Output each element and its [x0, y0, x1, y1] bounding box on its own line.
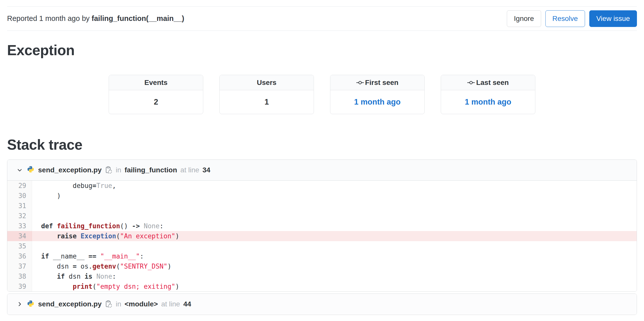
code-text [32, 201, 41, 211]
frame-header[interactable]: send_exception.py in failing_function at… [7, 160, 637, 181]
events-card-header: Events [109, 75, 203, 90]
resolve-button[interactable]: Resolve [545, 10, 585, 27]
code-line: 30 ) [7, 191, 637, 201]
code-text: ) [32, 191, 61, 201]
last-seen-label: Last seen [476, 79, 509, 87]
events-label: Events [144, 79, 168, 87]
code-text: debug=True, [32, 181, 116, 191]
line-number: 32 [7, 211, 32, 221]
chevron-down-icon [16, 167, 23, 173]
first-seen-card-header: First seen [330, 75, 424, 90]
python-icon [27, 166, 35, 174]
code-line: 34 raise Exception("An exception") [7, 231, 637, 241]
line-number: 37 [7, 261, 32, 271]
line-number: 29 [7, 181, 32, 191]
users-card-body: 1 [220, 90, 314, 114]
code-text [32, 241, 41, 251]
line-number: 30 [7, 191, 32, 201]
issue-detail-page: Reported 1 month ago by failing_function… [7, 6, 637, 315]
code-text: print("empty dsn; exiting") [32, 281, 179, 292]
view-issue-button[interactable]: View issue [589, 10, 637, 27]
frame-header[interactable]: send_exception.py in <module> at line 44 [7, 294, 637, 315]
line-number: 35 [7, 241, 32, 251]
reported-summary: Reported 1 month ago by failing_function… [7, 14, 184, 23]
stat-cards-row: Events 2 Users 1 First seen [7, 75, 637, 114]
code-line: 29 debug=True, [7, 181, 637, 191]
events-card-body: 2 [109, 90, 203, 114]
last-seen-link[interactable]: 1 month ago [465, 98, 511, 107]
code-line: 39 print("empty dsn; exiting") [7, 281, 637, 292]
users-value: 1 [265, 98, 269, 107]
frame-in-label: in [116, 300, 121, 308]
stack-trace-heading: Stack trace [7, 136, 637, 153]
code-line: 31 [7, 201, 637, 211]
line-number: 31 [7, 201, 32, 211]
python-icon [27, 300, 35, 308]
code-text: dsn = os.getenv("SENTRY_DSN") [32, 261, 171, 271]
reported-text: Reported 1 month ago by [7, 14, 92, 22]
frame-filename: send_exception.py [38, 166, 102, 174]
copy-to-clipboard-icon[interactable] [105, 300, 112, 308]
frame-function: failing_function [125, 166, 177, 174]
first-seen-card-body: 1 month ago [330, 90, 424, 114]
frame-function: <module> [125, 300, 158, 308]
commit-icon [356, 79, 364, 86]
ignore-button[interactable]: Ignore [507, 10, 541, 27]
line-number: 39 [7, 281, 32, 292]
commit-icon [467, 79, 475, 86]
users-card-header: Users [220, 75, 314, 90]
code-line: 32 [7, 211, 637, 221]
exception-heading: Exception [7, 42, 637, 59]
frame-filename: send_exception.py [38, 300, 102, 308]
frame-line-number: 44 [183, 300, 191, 308]
code-line: 38 if dsn is None: [7, 271, 637, 281]
events-card: Events 2 [109, 75, 203, 114]
last-seen-card-body: 1 month ago [441, 90, 535, 114]
line-number: 33 [7, 221, 32, 231]
first-seen-card: First seen 1 month ago [330, 75, 425, 114]
users-card: Users 1 [219, 75, 314, 114]
first-seen-link[interactable]: 1 month ago [354, 98, 400, 107]
code-text [32, 211, 41, 221]
chevron-right-icon [16, 301, 23, 307]
issue-action-bar: Reported 1 month ago by failing_function… [7, 6, 637, 31]
stack-frame-expanded: send_exception.py in failing_function at… [7, 159, 637, 292]
code-line: 35 [7, 241, 637, 251]
culprit-label: failing_function(__main__) [92, 14, 184, 22]
first-seen-label: First seen [365, 79, 398, 87]
frame-line-number: 34 [202, 166, 210, 174]
stack-trace-section: send_exception.py in failing_function at… [7, 159, 637, 315]
frame-at-line-label: at line [180, 166, 199, 174]
copy-to-clipboard-icon[interactable] [105, 166, 112, 174]
last-seen-card: Last seen 1 month ago [441, 75, 535, 114]
last-seen-card-header: Last seen [441, 75, 535, 90]
line-number: 34 [7, 231, 32, 241]
code-text: def failing_function() -> None: [32, 221, 163, 231]
code-line: 33def failing_function() -> None: [7, 221, 637, 231]
stack-frame-collapsed: send_exception.py in <module> at line 44 [7, 294, 637, 315]
code-line: 36if __name__ == "__main__": [7, 251, 637, 261]
frame-at-line-label: at line [161, 300, 180, 308]
code-text: if __name__ == "__main__": [32, 251, 144, 261]
line-number: 36 [7, 251, 32, 261]
users-label: Users [257, 79, 277, 87]
code-listing: 29 debug=True,30 )313233def failing_func… [7, 181, 637, 292]
line-number: 38 [7, 271, 32, 281]
code-text: if dsn is None: [32, 271, 116, 281]
code-text: raise Exception("An exception") [32, 231, 179, 241]
frame-in-label: in [116, 166, 121, 174]
events-value: 2 [154, 98, 158, 107]
code-line: 37 dsn = os.getenv("SENTRY_DSN") [7, 261, 637, 271]
issue-actions: Ignore Resolve View issue [507, 10, 637, 27]
